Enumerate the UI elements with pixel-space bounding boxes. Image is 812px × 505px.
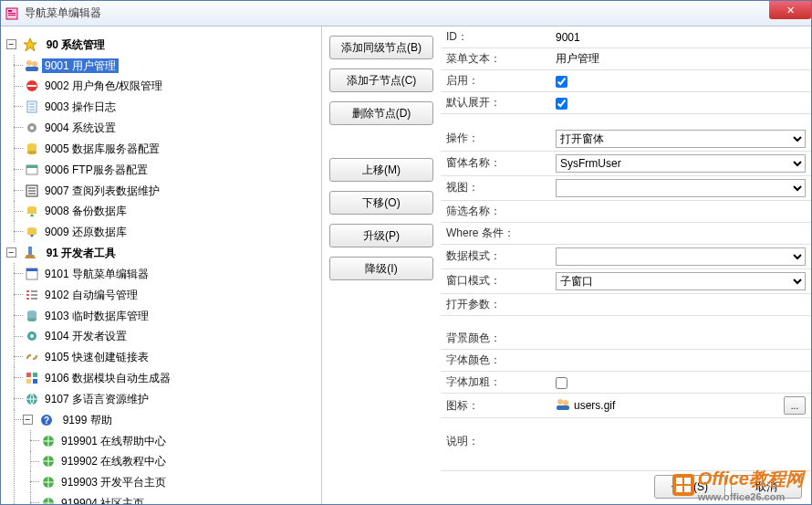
tree-item[interactable]: 919904 社区主页 (41, 492, 318, 504)
globe-icon (41, 475, 56, 489)
gear-icon (25, 121, 39, 135)
tree-item[interactable]: 9005 数据库服务器配置 (25, 138, 318, 159)
downgrade-button[interactable]: 降级(I) (329, 257, 433, 280)
tree-label[interactable]: 9008 备份数据库 (42, 204, 130, 218)
svg-rect-44 (33, 373, 37, 377)
tree-label[interactable]: 9101 导航菜单编辑器 (42, 267, 151, 281)
move-down-button[interactable]: 下移(O) (329, 191, 433, 215)
tree-label[interactable]: 9003 操作日志 (42, 100, 119, 114)
tree-item[interactable]: 9101 导航菜单编辑器 (25, 263, 318, 284)
tree-label[interactable]: 919904 社区主页 (58, 496, 147, 504)
tree-item[interactable]: 9106 数据模块自动生成器 (25, 367, 318, 388)
collapse-icon[interactable]: − (6, 247, 16, 258)
tree-item[interactable]: 9107 多语言资源维护 (25, 388, 318, 409)
tree-label[interactable]: 9004 系统设置 (42, 121, 119, 135)
collapse-icon[interactable]: − (23, 415, 33, 425)
tree-label[interactable]: 9102 自动编号管理 (42, 288, 141, 302)
tree-label[interactable]: 90 系统管理 (44, 37, 109, 52)
font-bold-label: 字体加粗： (441, 372, 550, 394)
tree-label[interactable]: 9002 用户角色/权限管理 (42, 79, 165, 93)
font-color-label: 字体颜色： (441, 350, 550, 372)
tree-item[interactable]: 919901 在线帮助中心 (41, 430, 318, 451)
tree-label[interactable]: 9006 FTP服务器配置 (42, 163, 151, 177)
tree-item[interactable]: 9009 还原数据库 (25, 221, 318, 242)
desc-input[interactable] (556, 444, 806, 457)
font-bold-checkbox[interactable] (556, 377, 567, 389)
tree-label[interactable]: 9106 数据模块自动生成器 (42, 371, 173, 385)
svg-point-15 (30, 126, 34, 130)
open-args-input[interactable] (556, 298, 806, 310)
enabled-checkbox[interactable] (556, 76, 567, 88)
default-expand-checkbox[interactable] (556, 98, 567, 110)
add-sibling-button[interactable]: 添加同级节点(B) (329, 36, 433, 59)
backup-icon (25, 204, 39, 218)
svg-point-54 (557, 399, 563, 405)
close-button[interactable]: ✕ (769, 1, 811, 19)
tree-item[interactable]: 9008 备份数据库 (25, 201, 318, 222)
tree-root[interactable]: − 91 开发者工具 9101 导航菜单编辑器 9102 自动编号管理 9103… (8, 242, 318, 504)
svg-rect-9 (27, 85, 36, 87)
action-select[interactable]: 打开窗体 (556, 130, 806, 148)
delete-node-button[interactable]: 删除节点(D) (329, 101, 433, 125)
restore-icon (25, 225, 39, 239)
tree-label[interactable]: 9107 多语言资源维护 (42, 392, 151, 406)
tree-item[interactable]: 9003 操作日志 (25, 96, 318, 117)
tree-item[interactable]: 9007 查阅列表数据维护 (25, 180, 318, 201)
star-icon (23, 37, 37, 52)
save-button[interactable]: 保存(S) (654, 475, 725, 499)
icon-input[interactable] (574, 399, 780, 412)
svg-rect-28 (27, 229, 36, 235)
upgrade-button[interactable]: 升级(P) (329, 224, 433, 247)
svg-rect-26 (27, 208, 36, 214)
tree-label[interactable]: 9199 帮助 (60, 413, 115, 427)
tree-item[interactable]: 919902 在线教程中心 (41, 451, 318, 472)
menu-text-input[interactable] (556, 53, 806, 66)
tree-item[interactable]: − ? 9199 帮助 919901 在线帮助中心 919902 在线教程中心 … (25, 409, 318, 504)
bg-color-input[interactable] (556, 332, 806, 345)
tree-item[interactable]: 919903 开发平台主页 (41, 471, 318, 492)
svg-rect-31 (26, 268, 37, 271)
window-mode-select[interactable]: 子窗口 (556, 272, 806, 290)
view-select[interactable] (556, 179, 806, 197)
tree-item[interactable]: 9006 FTP服务器配置 (25, 159, 318, 180)
form-name-select[interactable]: SysFrmUser (556, 154, 806, 173)
tree-label[interactable]: 919903 开发平台主页 (58, 475, 169, 489)
where-label: Where 条件： (441, 222, 550, 244)
tree-item[interactable]: 9001 用户管理 (25, 55, 318, 76)
cancel-button[interactable]: 取消 (731, 475, 802, 499)
tree-label[interactable]: 9009 还原数据库 (42, 225, 130, 239)
tree-item[interactable]: 9103 临时数据库管理 (25, 305, 318, 326)
data-mode-select[interactable] (556, 247, 806, 266)
tree-label[interactable]: 9104 开发者设置 (42, 329, 130, 343)
move-up-button[interactable]: 上移(M) (329, 158, 433, 182)
tree-root[interactable]: − 90 系统管理 9001 用户管理 9002 用户角色/权限管理 9003 … (8, 34, 318, 242)
globe-icon (41, 434, 56, 448)
data-mode-label: 数据模式： (441, 244, 550, 268)
svg-point-42 (30, 334, 34, 338)
font-color-input[interactable] (556, 354, 806, 367)
tree-item[interactable]: 9105 快速创建链接表 (25, 346, 318, 367)
window-mode-label: 窗口模式： (441, 268, 550, 293)
svg-point-40 (27, 318, 36, 321)
tree-label[interactable]: 91 开发者工具 (44, 246, 120, 260)
filter-input[interactable] (556, 205, 806, 217)
tree-label[interactable]: 9007 查阅列表数据维护 (42, 184, 162, 198)
svg-rect-33 (26, 294, 29, 296)
tree-label[interactable]: 919902 在线教程中心 (58, 454, 169, 468)
add-child-button[interactable]: 添加子节点(C) (329, 68, 433, 92)
forbidden-icon (25, 79, 39, 93)
browse-icon-button[interactable]: ... (784, 396, 806, 415)
tree-label[interactable]: 919901 在线帮助中心 (58, 434, 169, 448)
tree-item[interactable]: 9104 开发者设置 (25, 326, 318, 347)
tree-item[interactable]: 9004 系统设置 (25, 117, 318, 138)
tree-label[interactable]: 9103 临时数据库管理 (42, 309, 151, 323)
tree-label[interactable]: 9005 数据库服务器配置 (42, 142, 162, 156)
tree-item[interactable]: 9002 用户角色/权限管理 (25, 76, 318, 97)
tree-item[interactable]: 9102 自动编号管理 (25, 284, 318, 305)
tree-label[interactable]: 9001 用户管理 (42, 58, 119, 73)
tree-label[interactable]: 9105 快速创建链接表 (42, 350, 151, 364)
desc-label: 说明： (441, 431, 550, 471)
id-input[interactable] (556, 31, 806, 44)
collapse-icon[interactable]: − (6, 39, 16, 49)
where-input[interactable] (556, 226, 806, 239)
